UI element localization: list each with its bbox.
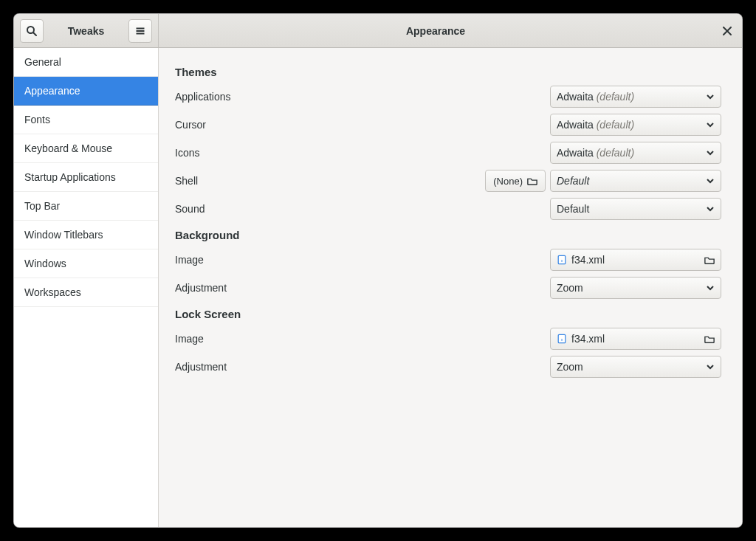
row-lockscreen-adjustment: Adjustment Zoom (175, 354, 721, 379)
sidebar-item-appearance[interactable]: Appearance (14, 77, 158, 106)
label-sound-theme: Sound (175, 203, 205, 215)
svg-rect-3 (137, 30, 145, 32)
shell-theme-aux-label: (None) (493, 176, 523, 187)
combo-suffix: (default) (597, 119, 634, 131)
row-shell-theme: Shell (None) Default (175, 168, 721, 193)
combo-sound-theme[interactable]: Default (550, 198, 721, 220)
folder-open-icon (704, 334, 715, 344)
sidebar-item-fonts[interactable]: Fonts (14, 106, 158, 134)
file-name: f34.xml (571, 254, 704, 266)
combo-value: Zoom (557, 282, 701, 294)
label-background-adjustment: Adjustment (175, 282, 227, 294)
sidebar-item-windows[interactable]: Windows (14, 249, 158, 278)
label-lockscreen-adjustment: Adjustment (175, 361, 227, 373)
search-button[interactable] (20, 19, 44, 43)
sidebar-item-window-titlebars[interactable]: Window Titlebars (14, 221, 158, 249)
xml-file-icon: x (557, 255, 567, 265)
svg-text:x: x (561, 258, 563, 263)
row-applications-theme: Applications Adwaita (default) (175, 84, 721, 109)
chevron-down-icon (706, 362, 715, 371)
sidebar-item-startup-applications[interactable]: Startup Applications (14, 163, 158, 192)
file-button-background-image[interactable]: x f34.xml (550, 249, 721, 271)
headerbar-left: Tweaks (14, 14, 159, 47)
section-heading-themes: Themes (175, 66, 721, 78)
row-icons-theme: Icons Adwaita (default) (175, 140, 721, 165)
page-title: Appearance (159, 25, 712, 37)
combo-value: Default (557, 175, 701, 187)
section-heading-lockscreen: Lock Screen (175, 308, 721, 320)
headerbar: Tweaks Appearance (14, 14, 742, 48)
xml-file-icon: x (557, 334, 567, 344)
row-sound-theme: Sound Default (175, 196, 721, 221)
combo-value: Default (557, 203, 701, 215)
row-lockscreen-image: Image x f34.xml (175, 326, 721, 351)
row-background-image: Image x f34.xml (175, 247, 721, 272)
combo-cursor-theme[interactable]: Adwaita (default) (550, 114, 721, 136)
hamburger-icon (134, 25, 146, 37)
label-icons-theme: Icons (175, 147, 199, 159)
combo-value: Zoom (557, 361, 701, 373)
label-background-image: Image (175, 254, 204, 266)
chevron-down-icon (706, 148, 715, 157)
search-icon (26, 25, 38, 37)
sidebar-item-workspaces[interactable]: Workspaces (14, 278, 158, 307)
combo-value: Adwaita (557, 119, 594, 131)
file-name: f34.xml (571, 333, 704, 345)
combo-applications-theme[interactable]: Adwaita (default) (550, 86, 721, 108)
row-background-adjustment: Adjustment Zoom (175, 275, 721, 300)
label-shell-theme: Shell (175, 175, 198, 187)
chevron-down-icon (706, 120, 715, 129)
combo-icons-theme[interactable]: Adwaita (default) (550, 142, 721, 164)
folder-open-icon (704, 255, 715, 265)
svg-rect-4 (137, 32, 145, 34)
chevron-down-icon (706, 283, 715, 292)
svg-line-1 (33, 32, 36, 35)
sidebar-item-general[interactable]: General (14, 48, 158, 77)
folder-open-icon (527, 176, 537, 186)
combo-background-adjustment[interactable]: Zoom (550, 277, 721, 299)
app-title: Tweaks (49, 25, 123, 37)
combo-lockscreen-adjustment[interactable]: Zoom (550, 356, 721, 378)
content-panel: Themes Applications Adwaita (default) (159, 48, 742, 527)
label-applications-theme: Applications (175, 91, 231, 103)
combo-suffix: (default) (597, 147, 634, 159)
row-cursor-theme: Cursor Adwaita (default) (175, 112, 721, 137)
headerbar-right: Appearance (159, 14, 742, 47)
svg-text:x: x (561, 337, 563, 342)
combo-value: Adwaita (557, 91, 594, 103)
combo-value: Adwaita (557, 147, 594, 159)
close-icon (722, 26, 732, 36)
section-heading-background: Background (175, 229, 721, 241)
hamburger-menu-button[interactable] (128, 19, 152, 43)
combo-suffix: (default) (597, 91, 634, 103)
file-button-lockscreen-image[interactable]: x f34.xml (550, 328, 721, 350)
combo-shell-theme[interactable]: Default (550, 170, 721, 192)
shell-theme-file-button[interactable]: (None) (485, 170, 546, 192)
label-cursor-theme: Cursor (175, 119, 206, 131)
chevron-down-icon (706, 92, 715, 101)
sidebar-item-top-bar[interactable]: Top Bar (14, 192, 158, 221)
close-button[interactable] (712, 14, 742, 48)
chevron-down-icon (706, 204, 715, 213)
tweaks-window: Tweaks Appearance (13, 13, 743, 528)
chevron-down-icon (706, 176, 715, 185)
sidebar-item-keyboard-mouse[interactable]: Keyboard & Mouse (14, 134, 158, 163)
svg-rect-2 (137, 27, 145, 29)
sidebar: General Appearance Fonts Keyboard & Mous… (14, 48, 159, 527)
label-lockscreen-image: Image (175, 333, 204, 345)
